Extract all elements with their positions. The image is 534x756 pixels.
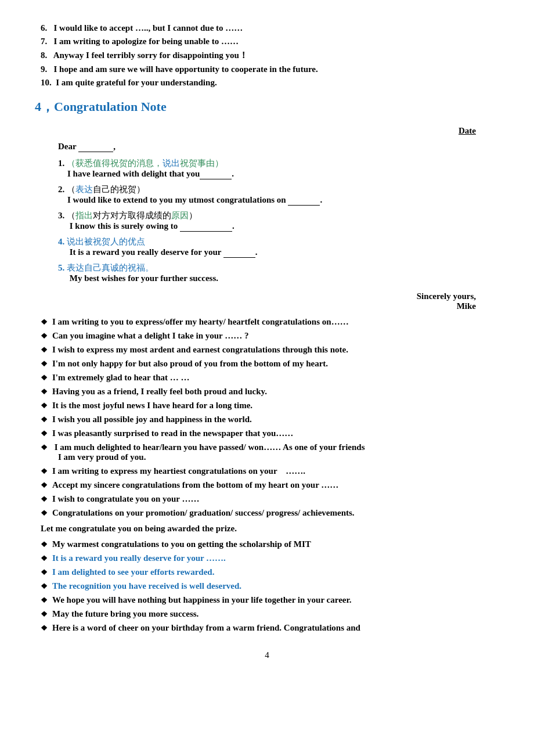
list-item-6: 6. I would like to accept ….., but I can… (35, 23, 499, 33)
list-item-8: 8. Anyway I feel terribly sorry for disa… (35, 50, 499, 61)
letter-point-3: 3. （指出对方对方取得成绩的原因） I know this is surely… (58, 210, 476, 232)
sincerely-text: Sincerely yours, (58, 291, 476, 301)
letter-point-2: 2. （表达自己的祝贺） I would like to extend to y… (58, 184, 476, 206)
point-3-header: 3. （指出对方对方取得成绩的原因） (58, 210, 476, 221)
item-9-num: 9. (41, 64, 52, 74)
bullet-item-8: I wish you all possible joy and happines… (35, 415, 499, 424)
list-item-9: 9. I hope and am sure we will have oppor… (35, 64, 499, 74)
date-line: Date (58, 126, 476, 136)
letter-point-5: 5. 表达自己真诚的祝福。 My best wishes for your fu… (58, 262, 476, 283)
point-1-body: I have learned with delight that you . (58, 169, 476, 179)
item-7-text: I am writing to apologize for being unab… (54, 37, 239, 46)
point-2-body: I would like to extend to you my utmost … (58, 195, 476, 206)
let-me-line: Let me congratulate you on being awarded… (35, 524, 499, 534)
bullet2-item-1: My warmest congratulations to you on get… (35, 539, 499, 549)
bullet-item-10: I am much delighted to hear/learn you ha… (35, 442, 499, 462)
bullet-item-7: It is the most joyful news I have heard … (35, 401, 499, 411)
dear-blank (78, 142, 113, 152)
bullet2-item-5: We hope you will have nothing but happin… (35, 595, 499, 605)
top-numbered-list: 6. I would like to accept ….., but I can… (35, 23, 499, 88)
point-5-header: 5. 表达自己真诚的祝福。 (58, 262, 476, 273)
letter-point-1: 1. （获悉值得祝贺的消息，说出祝贺事由） I have learned wit… (58, 158, 476, 179)
bullet-item-6: Having you as a friend, I really feel bo… (35, 387, 499, 397)
bullet-item-14: Congratulations on your promotion/ gradu… (35, 508, 499, 518)
dear-label: Dear (58, 142, 76, 151)
bullet-item-13: I wish to congratulate you on your …… (35, 494, 499, 504)
item-6-text: I would like to accept ….., but I cannot… (54, 23, 243, 33)
bullet-item-3: I wish to express my most ardent and ear… (35, 345, 499, 355)
bullet2-item-3: I am delighted to see your efforts rewar… (35, 567, 499, 577)
bullet-item-11: I am writing to express my heartiest con… (35, 466, 499, 476)
point-4-body: It is a reward you really deserve for yo… (58, 247, 476, 258)
point-5-body: My best wishes for your further success. (58, 273, 476, 283)
bullet-item-9: I was pleasantly surprised to read in th… (35, 429, 499, 438)
point-2-header: 2. （表达自己的祝贺） (58, 184, 476, 195)
point-4-chinese: 说出被祝贺人的优点 (67, 237, 145, 246)
item-10-text: I am quite grateful for your understandi… (56, 78, 217, 87)
bullet2-item-4: The recognition you have received is wel… (35, 581, 499, 591)
signature-name: Mike (58, 301, 476, 311)
bullet-item-2: Can you imagine what a delight I take in… (35, 331, 499, 341)
letter-box: Date Dear , 1. （获悉值得祝贺的消息，说出祝贺事由） I have… (58, 126, 476, 311)
point-3-chinese: （指出对方对方取得成绩的原因） (67, 211, 197, 220)
letter-point-4: 4. 说出被祝贺人的优点 It is a reward you really d… (58, 236, 476, 258)
point-5-chinese: 表达自己真诚的祝福。 (67, 263, 154, 272)
sincerely-block: Sincerely yours, Mike (58, 291, 476, 311)
section-heading: 4，Congratulation Note (35, 98, 499, 116)
list-item-10: 10. I am quite grateful for your underst… (35, 78, 499, 88)
point-4-header: 4. 说出被祝贺人的优点 (58, 236, 476, 247)
point-1-chinese: （获悉值得祝贺的消息，说出祝贺事由） (67, 159, 223, 168)
item-8-num: 8. (41, 51, 52, 60)
item-10-num: 10. (41, 78, 54, 87)
point-1-header: 1. （获悉值得祝贺的消息，说出祝贺事由） (58, 158, 476, 169)
item-7-num: 7. (41, 37, 52, 46)
bullet-item-12: Accept my sincere congratulations from t… (35, 480, 499, 490)
point-2-chinese: （表达自己的祝贺） (67, 185, 145, 194)
bullet2-item-6: May the future bring you more success. (35, 609, 499, 619)
bullet2-item-7: Here is a word of cheer on your birthday… (35, 623, 499, 633)
item-9-text: I hope and am sure we will have opportun… (54, 64, 318, 74)
bullet2-item-2: It is a reward you really deserve for yo… (35, 553, 499, 563)
dear-line: Dear , (58, 142, 476, 152)
item-6-num: 6. (41, 23, 52, 33)
list-item-7: 7. I am writing to apologize for being u… (35, 37, 499, 46)
bullet-list-2: My warmest congratulations to you on get… (35, 539, 499, 633)
item-8-text: Anyway I feel terribly sorry for disappo… (53, 51, 248, 60)
bullet-item-5: I'm extremely glad to hear that … … (35, 373, 499, 383)
point-3-body: I know this is surely owing to . (58, 221, 476, 232)
bullet-item-1: I am writing to you to express/offer my … (35, 317, 499, 327)
bullet-item-4: I'm not only happy for but also proud of… (35, 359, 499, 369)
page-number: 4 (35, 650, 499, 660)
bullet-list-1: I am writing to you to express/offer my … (35, 317, 499, 518)
